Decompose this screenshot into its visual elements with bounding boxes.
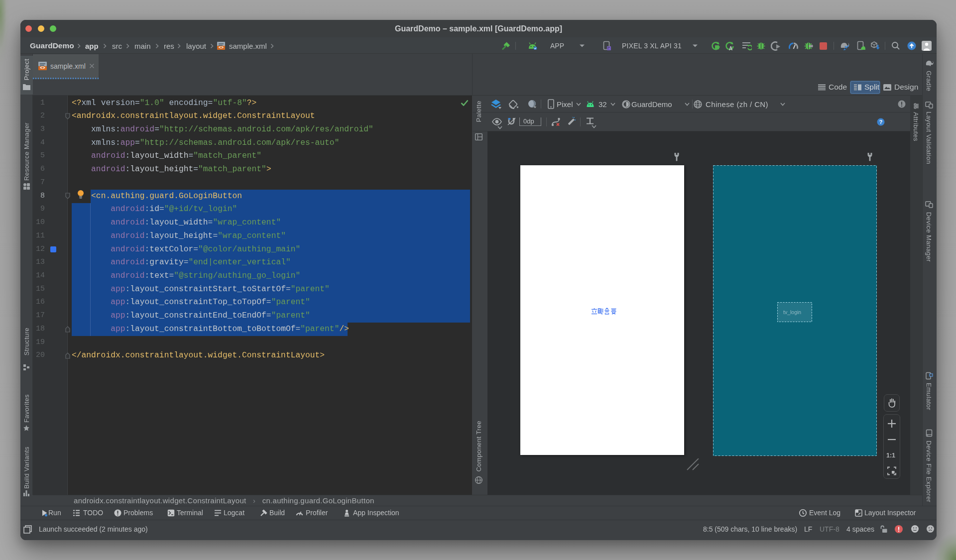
svg-text:A: A [729,46,732,51]
svg-text:?: ? [879,119,883,125]
